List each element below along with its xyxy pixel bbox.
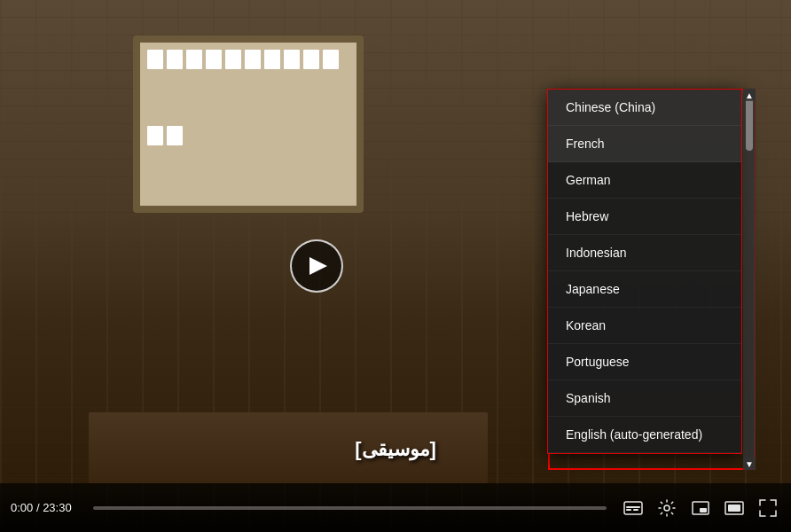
menu-item-korean[interactable]: Korean (548, 308, 741, 344)
svg-rect-6 (700, 508, 707, 512)
menu-item-spanish[interactable]: Spanish (548, 380, 741, 417)
settings-button[interactable] (654, 496, 679, 520)
fullscreen-button[interactable] (756, 496, 780, 520)
captions-button[interactable] (621, 496, 646, 520)
scroll-up-button[interactable]: ▲ (743, 89, 756, 101)
scrollbar-thumb[interactable] (746, 98, 753, 151)
menu-item-hebrew[interactable]: Hebrew (548, 199, 741, 235)
background-board (133, 35, 364, 213)
svg-point-4 (664, 505, 670, 511)
menu-scrollbar[interactable] (743, 89, 756, 470)
svg-rect-2 (633, 509, 638, 511)
menu-item-french[interactable]: French (548, 126, 741, 162)
svg-rect-8 (728, 505, 740, 512)
time-display: 0:00 / 23:30 (11, 501, 72, 514)
progress-bar[interactable] (93, 506, 607, 510)
menu-item-portuguese[interactable]: Portuguese (548, 344, 741, 380)
subtitle-text: [موسيقى] (355, 438, 436, 461)
play-button[interactable] (290, 239, 343, 293)
svg-rect-3 (626, 506, 640, 508)
video-player: [موسيقى] Chinese (China) French German H… (0, 0, 791, 532)
menu-item-japanese[interactable]: Japanese (548, 271, 741, 308)
svg-rect-1 (626, 509, 631, 511)
menu-item-indonesian[interactable]: Indonesian (548, 235, 741, 271)
menu-item-chinese-china[interactable]: Chinese (China) (548, 90, 741, 126)
scroll-down-button[interactable]: ▼ (743, 458, 756, 470)
menu-item-english-auto[interactable]: English (auto-generated) (548, 417, 741, 453)
subtitle-language-menu: Chinese (China) French German Hebrew Ind… (547, 89, 742, 454)
theater-button[interactable] (722, 496, 747, 520)
miniplayer-button[interactable] (688, 496, 713, 520)
menu-item-german[interactable]: German (548, 162, 741, 199)
controls-bar: 0:00 / 23:30 (0, 483, 791, 532)
controls-right (621, 496, 780, 520)
